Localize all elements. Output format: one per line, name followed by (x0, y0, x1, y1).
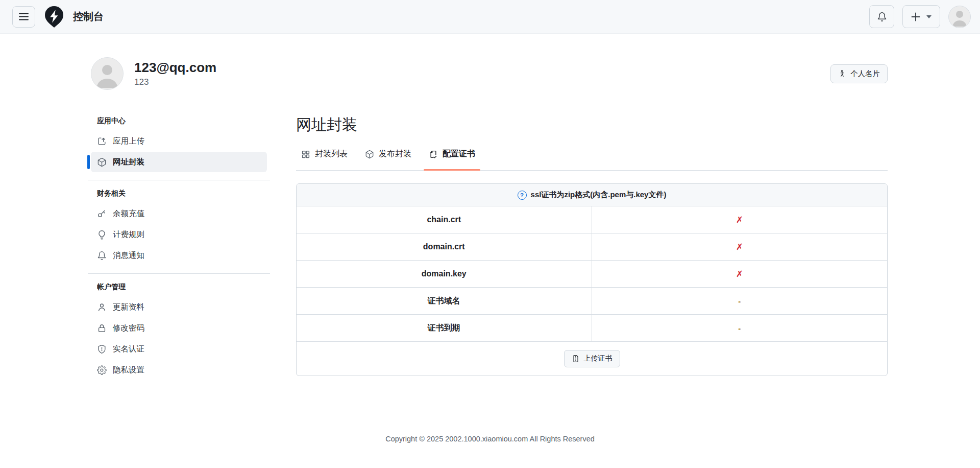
cert-item-status: ✗ (592, 261, 888, 287)
cert-item-status: - (592, 288, 888, 314)
page-container: 123@qq.com 123 个人名片 应用中心 应用上传 (0, 57, 980, 381)
table-row: domain.key ✗ (297, 261, 887, 288)
bell-icon (97, 251, 107, 261)
sidebar-item-label: 实名认证 (113, 344, 144, 355)
table-footer: 上传证书 (297, 342, 887, 376)
sidebar-item-label: 网址封装 (113, 157, 144, 168)
notifications-button[interactable] (869, 5, 894, 28)
cert-item-status: ✗ (592, 233, 888, 260)
sidebar-item-label: 修改密码 (113, 323, 144, 334)
page-title: 网址封装 (296, 115, 888, 134)
sidebar-item-notifications[interactable]: 消息通知 (91, 245, 267, 266)
sidebar-item-label: 计费规则 (113, 229, 144, 240)
tab-publish-package[interactable]: 发布封装 (360, 148, 416, 170)
profile-text: 123@qq.com 123 (134, 60, 216, 87)
grid-icon (301, 150, 310, 159)
upload-certificate-button[interactable]: 上传证书 (564, 350, 620, 367)
upload-certificate-label: 上传证书 (584, 354, 612, 363)
app-upload-icon (97, 136, 107, 146)
create-new-dropdown-button[interactable] (902, 5, 940, 28)
personal-card-label: 个人名片 (850, 69, 880, 79)
table-row: 证书到期 - (297, 315, 887, 342)
table-row: domain.crt ✗ (297, 233, 887, 261)
cert-item-name: chain.crt (297, 206, 592, 233)
sidebar-heading-finance: 财务相关 (97, 189, 270, 198)
profile-header: 123@qq.com 123 个人名片 (88, 57, 888, 90)
cert-item-status: - (592, 315, 888, 341)
caret-down-icon (926, 15, 932, 18)
sidebar-heading-app-center: 应用中心 (97, 116, 270, 126)
shield-icon (97, 344, 107, 354)
sidebar: 应用中心 应用上传 网址封装 财务相关 余额充值 (88, 115, 270, 381)
cert-item-status: ✗ (592, 206, 888, 233)
logo-pin-bolt-icon (42, 5, 66, 29)
sidebar-item-privacy-settings[interactable]: 隐私设置 (91, 360, 267, 380)
user-avatar-button[interactable] (948, 6, 971, 28)
sidebar-item-label: 消息通知 (113, 250, 144, 261)
sidebar-item-real-name-verification[interactable]: 实名认证 (91, 339, 267, 359)
sidebar-item-change-password[interactable]: 修改密码 (91, 318, 267, 338)
sidebar-divider (88, 273, 270, 274)
lightbulb-icon (97, 230, 107, 240)
app-title: 控制台 (73, 10, 104, 24)
main-content: 网址封装 封装列表 发布封装 (296, 115, 888, 381)
person-icon (97, 302, 107, 312)
key-icon (97, 209, 107, 219)
sidebar-item-balance-recharge[interactable]: 余额充值 (91, 203, 267, 224)
file-check-icon (429, 150, 438, 159)
cube-icon (365, 150, 374, 159)
table-row: chain.crt ✗ (297, 206, 887, 233)
cert-item-name: domain.crt (297, 233, 592, 260)
topbar-actions (869, 5, 971, 28)
bell-icon (877, 12, 887, 22)
tab-package-list[interactable]: 封装列表 (296, 148, 353, 170)
tab-label: 封装列表 (315, 149, 348, 159)
cert-item-name: domain.key (297, 261, 592, 287)
tab-label: 配置证书 (443, 149, 475, 159)
tab-label: 发布封装 (379, 149, 411, 159)
zip-file-icon (572, 355, 580, 363)
personal-card-button[interactable]: 个人名片 (830, 64, 888, 83)
lock-icon (97, 323, 107, 333)
gear-icon (97, 365, 107, 375)
profile-username: 123 (134, 77, 216, 87)
certificate-table-header: ssl证书为zip格式(内含.pem与.key文件) (297, 184, 887, 206)
help-icon[interactable] (518, 191, 527, 200)
sidebar-item-label: 更新资料 (113, 302, 144, 313)
copyright-footer: Copyright © 2025 2002.1000.xiaomiou.com … (0, 435, 980, 443)
hamburger-menu-button[interactable] (12, 6, 35, 28)
sidebar-item-label: 应用上传 (113, 136, 144, 147)
sidebar-item-billing-rules[interactable]: 计费规则 (91, 224, 267, 245)
sidebar-item-update-profile[interactable]: 更新资料 (91, 297, 267, 317)
profile-avatar (91, 57, 124, 90)
hamburger-icon (19, 13, 29, 20)
sidebar-divider (88, 180, 270, 180)
cert-item-name: 证书到期 (297, 315, 592, 341)
top-bar: 控制台 (0, 0, 980, 34)
cube-icon (97, 157, 107, 167)
tab-configure-certificate[interactable]: 配置证书 (424, 148, 480, 170)
person-card-icon (838, 69, 846, 78)
sidebar-item-label: 隐私设置 (113, 365, 144, 376)
sidebar-item-app-upload[interactable]: 应用上传 (91, 131, 267, 151)
table-row: 证书域名 - (297, 288, 887, 315)
cert-item-name: 证书域名 (297, 288, 592, 314)
sidebar-item-label: 余额充值 (113, 208, 144, 219)
sidebar-item-url-packaging[interactable]: 网址封装 (91, 152, 267, 172)
tab-bar: 封装列表 发布封装 配置证书 (296, 148, 888, 171)
sidebar-heading-account: 帐户管理 (97, 283, 270, 292)
certificate-table: ssl证书为zip格式(内含.pem与.key文件) chain.crt ✗ d… (296, 183, 888, 376)
profile-email: 123@qq.com (134, 60, 216, 76)
plus-icon (911, 12, 920, 21)
certificate-format-note: ssl证书为zip格式(内含.pem与.key文件) (531, 190, 667, 200)
